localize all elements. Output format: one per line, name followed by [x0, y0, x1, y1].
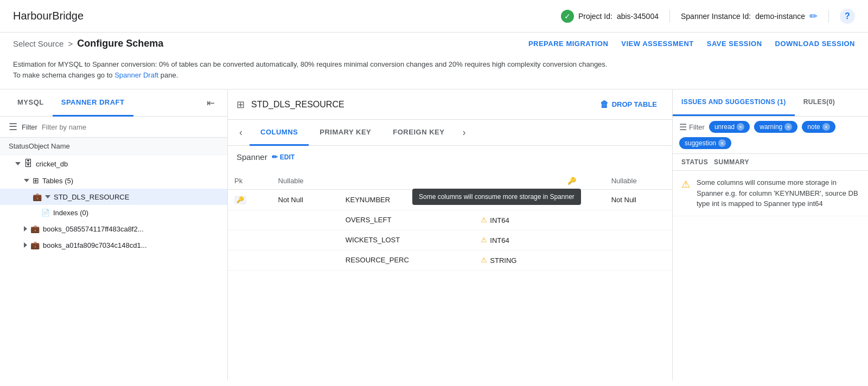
app-logo: HarbourBridge: [13, 10, 84, 22]
cell-nullable2: Not Null: [605, 190, 672, 210]
warning-icon: ⚠: [480, 256, 488, 265]
chip-unread[interactable]: unread ×: [709, 121, 750, 133]
table-row: OVERS_LEFT ⚠ INT64: [228, 210, 672, 230]
sub-tab-primary-key[interactable]: PRIMARY KEY: [309, 120, 382, 146]
cell-col-name: WICKETS_LOST: [339, 230, 473, 250]
info-text: Estimation for MYSQL to Spanner conversi…: [0, 55, 868, 89]
tree-item-tables[interactable]: ⊞ Tables (5): [0, 172, 227, 189]
table-content: Spanner ✏ EDIT Some columns will consume…: [228, 146, 672, 381]
cell-type: ⚠ STRING: [473, 250, 561, 270]
edit-spanner-icon[interactable]: ✏: [809, 10, 818, 22]
cell-col-name: OVERS_LEFT: [339, 210, 473, 230]
cell-pk2: [561, 210, 605, 230]
db-icon: 🗄: [24, 159, 33, 169]
tree-item-books-2[interactable]: 💼 books_a01fa809c7034c148cd1...: [0, 237, 227, 253]
chip-warning-close[interactable]: ×: [784, 123, 792, 131]
chip-suggestion-close[interactable]: ×: [718, 139, 726, 147]
save-session-button[interactable]: SAVE SESSION: [707, 40, 762, 48]
spanner-label: Spanner Instance Id:: [681, 12, 751, 21]
main-layout: MYSQL SPANNER DRAFT ⇤ ☰ Filter StatusObj…: [0, 89, 868, 381]
warning-icon: ⚠: [480, 195, 488, 204]
cell-pk: 🔑: [228, 190, 272, 210]
chip-unread-close[interactable]: ×: [737, 123, 744, 131]
header-right: ✓ Project Id: abis-345004 Spanner Instan…: [561, 9, 855, 24]
right-tab-rules[interactable]: RULES(0): [795, 89, 844, 116]
index-icon: 📄: [41, 209, 50, 217]
table-row: WICKETS_LOST ⚠ INT64: [228, 230, 672, 250]
tab-spanner-draft[interactable]: SPANNER DRAFT: [53, 89, 133, 117]
info-line2: To make schema changes go to: [13, 71, 113, 79]
cell-nullable: [272, 210, 339, 230]
sub-tab-columns[interactable]: COLUMNS: [250, 120, 309, 146]
sub-tab-next-button[interactable]: ›: [455, 124, 473, 141]
cell-pk2: [561, 250, 605, 270]
breadcrumb-separator: >: [68, 39, 73, 48]
key-icon: 🔑: [234, 196, 246, 204]
view-assessment-button[interactable]: VIEW ASSESSMENT: [621, 40, 693, 48]
trash-icon: 🗑: [600, 100, 609, 110]
chevron-down-icon: [45, 195, 50, 198]
cell-nullable2: [605, 230, 672, 250]
left-tabs-bar: MYSQL SPANNER DRAFT ⇤: [0, 89, 227, 117]
download-session-button[interactable]: DOWNLOAD SESSION: [775, 40, 855, 48]
info-line3: pane.: [161, 71, 178, 79]
issue-row-1: ⚠ Some columns will consume more storage…: [673, 171, 868, 216]
middle-panel: ⊞ STD_DLS_RESOURCE 🗑 DROP TABLE ‹ COLUMN…: [228, 89, 673, 381]
breadcrumb-parent[interactable]: Select Source: [13, 39, 63, 48]
tab-mysql[interactable]: MYSQL: [9, 89, 53, 117]
warning-icon: ⚠: [480, 216, 488, 224]
tree-item-std-dls-resource[interactable]: 💼 STD_DLS_RESOURCE: [0, 189, 227, 205]
header: HarbourBridge ✓ Project Id: abis-345004 …: [0, 0, 868, 33]
tree-item-indexes[interactable]: 📄 Indexes (0): [0, 205, 227, 221]
right-filter-bar: ☰ Filter unread × warning × note × sugge…: [673, 117, 868, 154]
cell-pk: [228, 210, 272, 230]
info-line1: Estimation for MYSQL to Spanner conversi…: [13, 60, 607, 68]
cell-type: ⚠ INT64: [473, 230, 561, 250]
col-header-nullable: Nullable: [272, 172, 339, 190]
col-header-type: [473, 172, 561, 190]
prepare-migration-button[interactable]: PREPARE MIGRATION: [528, 40, 608, 48]
filter-icon: ☰: [9, 121, 17, 133]
cell-nullable: Not Null: [272, 190, 339, 210]
spanner-label: Spanner ✏ EDIT: [237, 152, 663, 162]
sub-tab-prev-button[interactable]: ‹: [232, 124, 250, 141]
filter-label-right: ☰ Filter: [679, 122, 705, 132]
col-header-name: [339, 172, 473, 190]
col-header-pk: Pk: [228, 172, 272, 190]
chip-suggestion[interactable]: suggestion ×: [679, 137, 731, 149]
right-tabs-bar: ISSUES AND SUGGESTIONS (1) RULES(0): [673, 89, 868, 117]
edit-button[interactable]: ✏ EDIT: [272, 153, 295, 161]
table-folder-icon: ⊞: [33, 176, 39, 185]
table-wrapper: Some columns will consume more storage i…: [228, 172, 672, 271]
chip-note-close[interactable]: ×: [822, 123, 830, 131]
help-button[interactable]: ?: [840, 9, 855, 24]
col-header-status: Status: [681, 158, 714, 166]
collapse-button[interactable]: ⇤: [202, 95, 219, 111]
sub-tab-foreign-key[interactable]: FOREIGN KEY: [382, 120, 455, 146]
right-tab-issues[interactable]: ISSUES AND SUGGESTIONS (1): [673, 89, 795, 116]
chip-warning[interactable]: warning ×: [754, 121, 797, 133]
spanner-draft-link[interactable]: Spanner Draft: [114, 71, 158, 79]
cell-col-name: RESOURCE_PERC: [339, 250, 473, 270]
table-row: 🔑 Not Null KEYNUMBER ⚠ INT64 🔑 No: [228, 190, 672, 210]
sub-tabs-bar: ‹ COLUMNS PRIMARY KEY FOREIGN KEY ›: [228, 120, 672, 146]
filter-label: Filter: [22, 123, 37, 131]
chip-note[interactable]: note ×: [802, 121, 835, 133]
tree-header: StatusObject Name: [0, 138, 227, 155]
spanner-section: Spanner ✏ EDIT: [228, 146, 672, 172]
filter-input[interactable]: [42, 123, 219, 131]
table-name-label: STD_DLS_RESOURCE: [251, 100, 344, 110]
briefcase-icon-2: 💼: [30, 224, 40, 233]
breadcrumb: Select Source > Configure Schema: [13, 38, 163, 49]
tree-item-books-1[interactable]: 💼 books_0585574117ff483ca8f2...: [0, 221, 227, 237]
drop-table-button[interactable]: 🗑 DROP TABLE: [593, 97, 663, 113]
cell-nullable: [272, 230, 339, 250]
tree-item-cricket-db[interactable]: 🗄 cricket_db: [0, 155, 227, 172]
cell-type: ⚠ INT64: [473, 210, 561, 230]
issue-warning-icon: ⚠: [681, 178, 690, 190]
table-grid-icon: ⊞: [237, 99, 245, 111]
cell-pk: [228, 250, 272, 270]
key-icon-2: 🔑: [567, 196, 579, 204]
cell-nullable: [272, 250, 339, 270]
top-actions: PREPARE MIGRATION VIEW ASSESSMENT SAVE S…: [528, 40, 855, 48]
